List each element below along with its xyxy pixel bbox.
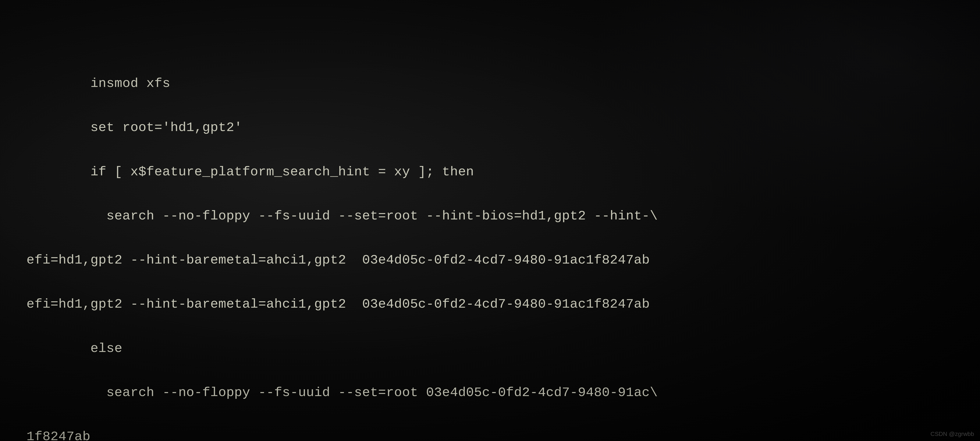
watermark-text: CSDN @zgrwbb [931, 431, 974, 437]
code-line[interactable]: if [ x$feature_platform_search_hint = xy… [27, 164, 955, 179]
code-line[interactable]: else [27, 341, 955, 356]
code-line[interactable]: 1f8247ab [27, 429, 955, 441]
code-line[interactable]: efi=hd1,gpt2 --hint-baremetal=ahci1,gpt2… [27, 297, 955, 312]
grub-editor-screen[interactable]: insmod xfs set root='hd1,gpt2' if [ x$fe… [0, 0, 980, 441]
code-line[interactable]: search --no-floppy --fs-uuid --set=root … [27, 385, 955, 400]
code-line[interactable]: set root='hd1,gpt2' [27, 120, 955, 135]
code-line[interactable]: search --no-floppy --fs-uuid --set=root … [27, 209, 955, 223]
code-line[interactable]: efi=hd1,gpt2 --hint-baremetal=ahci1,gpt2… [27, 253, 955, 267]
code-line[interactable]: insmod xfs [27, 76, 955, 91]
